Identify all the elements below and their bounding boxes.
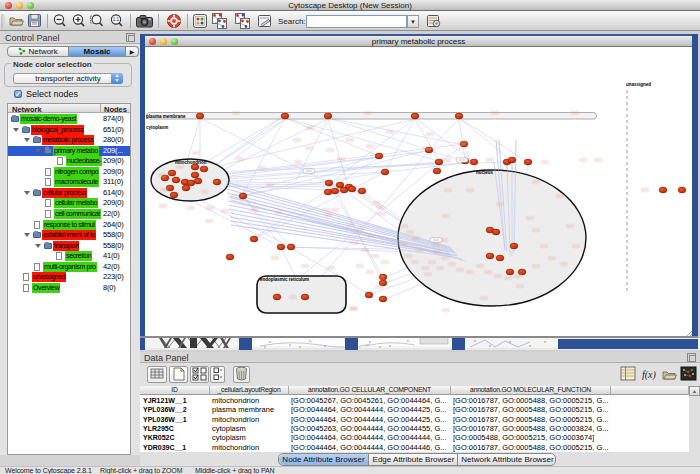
svg-text:mitochondrion: mitochondrion [175,160,207,165]
svg-text:nucleus: nucleus [476,170,494,175]
svg-text:1:1: 1:1 [113,17,120,22]
svg-text:endoplasmic reticulum: endoplasmic reticulum [260,277,309,282]
svg-text:f(x): f(x) [642,369,657,381]
svg-text:unassigned: unassigned [626,82,651,87]
svg-text:cytoplasm: cytoplasm [146,125,168,130]
svg-text:plasma membrane: plasma membrane [146,114,186,119]
